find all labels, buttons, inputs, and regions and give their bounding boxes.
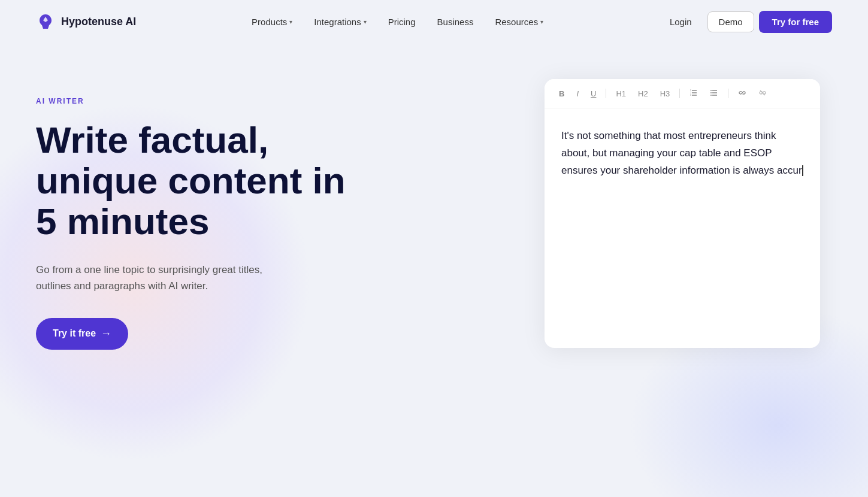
toolbar-h1-button[interactable]: H1 <box>613 89 628 99</box>
hero-right: B I U H1 H2 H3 123 <box>545 79 832 348</box>
integrations-chevron-icon: ▾ <box>364 19 367 25</box>
hero-subtitle: Go from a one line topic to surprisingly… <box>36 262 276 294</box>
logo-icon <box>36 12 55 31</box>
nav-business[interactable]: Business <box>429 12 482 32</box>
toolbar-underline-button[interactable]: U <box>588 89 598 99</box>
toolbar-link-button[interactable] <box>736 87 749 99</box>
editor-card: B I U H1 H2 H3 123 <box>545 79 820 348</box>
hero-badge: AI WRITER <box>36 97 347 105</box>
login-button[interactable]: Login <box>659 12 703 32</box>
svg-text:3: 3 <box>690 94 691 96</box>
hero-section: AI WRITER Write factual, unique content … <box>0 43 868 497</box>
toolbar-unordered-list-button[interactable] <box>707 87 721 99</box>
svg-point-11 <box>710 95 712 96</box>
resources-chevron-icon: ▾ <box>540 19 543 25</box>
svg-line-12 <box>760 90 765 95</box>
logo-link[interactable]: Hypotenuse AI <box>36 12 136 31</box>
demo-button[interactable]: Demo <box>707 11 754 32</box>
logo-text: Hypotenuse AI <box>61 16 136 28</box>
cta-label: Try it free <box>53 328 96 339</box>
toolbar-ordered-list-button[interactable]: 123 <box>687 87 700 99</box>
nav-links: Products ▾ Integrations ▾ Pricing Busine… <box>243 12 552 32</box>
svg-point-9 <box>710 90 712 91</box>
cta-arrow-icon: → <box>101 328 111 340</box>
toolbar-divider-2 <box>679 89 680 98</box>
products-chevron-icon: ▾ <box>289 19 292 25</box>
hero-left: AI WRITER Write factual, unique content … <box>36 79 347 350</box>
toolbar-italic-button[interactable]: I <box>574 89 581 99</box>
navbar: Hypotenuse AI Products ▾ Integrations ▾ … <box>0 0 868 43</box>
toolbar-bold-button[interactable]: B <box>557 89 567 99</box>
nav-actions: Login Demo Try for free <box>659 11 832 33</box>
editor-content[interactable]: It's not something that most entrepreneu… <box>545 108 820 348</box>
toolbar-divider-1 <box>606 89 606 98</box>
text-cursor <box>802 165 803 176</box>
toolbar-h3-button[interactable]: H3 <box>658 89 673 99</box>
nav-integrations[interactable]: Integrations ▾ <box>306 12 374 32</box>
cta-button[interactable]: Try it free → <box>36 318 128 350</box>
hero-title: Write factual, unique content in 5 minut… <box>36 120 347 243</box>
svg-point-10 <box>710 92 712 93</box>
toolbar-divider-3 <box>728 89 728 98</box>
editor-toolbar: B I U H1 H2 H3 123 <box>545 79 820 108</box>
editor-text: It's not something that most entrepreneu… <box>561 128 803 180</box>
toolbar-h2-button[interactable]: H2 <box>636 89 651 99</box>
try-for-free-button[interactable]: Try for free <box>759 11 832 33</box>
nav-products[interactable]: Products ▾ <box>243 12 301 32</box>
nav-pricing[interactable]: Pricing <box>380 12 424 32</box>
toolbar-unlink-button[interactable] <box>756 87 769 99</box>
nav-resources[interactable]: Resources ▾ <box>486 12 552 32</box>
